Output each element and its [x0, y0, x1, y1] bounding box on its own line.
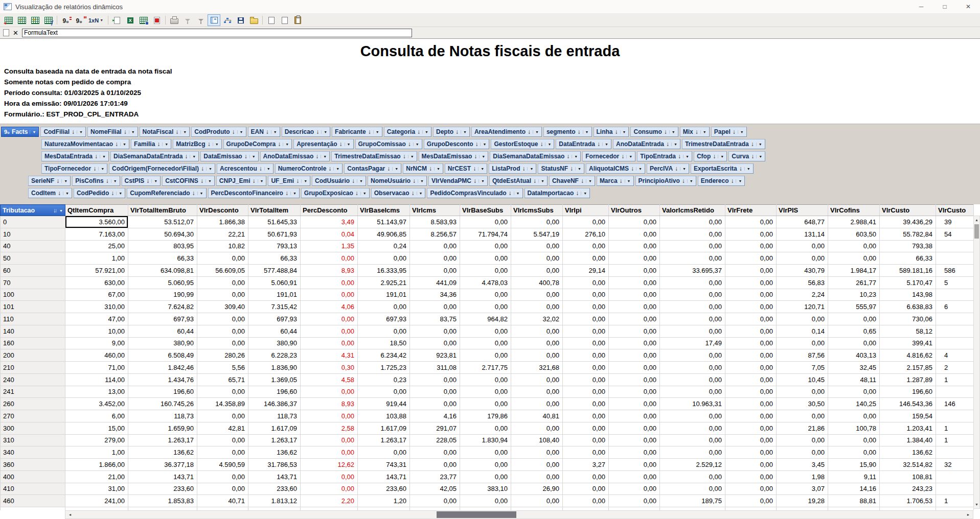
cell-clipped[interactable]: 6	[936, 301, 974, 313]
cell[interactable]: 118,73	[248, 410, 301, 422]
cell[interactable]: 0,00	[358, 446, 410, 459]
cell[interactable]: 55.782,84	[880, 228, 936, 240]
cell[interactable]: 0,00	[563, 362, 609, 374]
close-button[interactable]: ✕	[956, 0, 980, 13]
cell[interactable]: 0,00	[460, 289, 511, 301]
cell[interactable]: 261,77	[828, 276, 880, 289]
dim-grupoexposicao[interactable]: GrupoExposicao↓▼	[301, 188, 370, 198]
dim-gestorestoque[interactable]: GestorEstoque↓▼	[491, 139, 554, 149]
cell[interactable]: 8.256,57	[410, 228, 460, 240]
cell[interactable]: 0,00	[301, 386, 358, 398]
cell[interactable]: 0,00	[511, 240, 563, 252]
cell[interactable]: 0,00	[609, 252, 660, 265]
cell[interactable]: 0,00	[660, 325, 725, 337]
cell[interactable]: 10,45	[777, 373, 828, 386]
dim-codpedido[interactable]: CodPedido↓▼	[74, 188, 125, 198]
dim-cnpj-emi[interactable]: CNPJ_Emi↓▼	[216, 176, 267, 186]
column-header-vlrcusto[interactable]: VlrCusto	[936, 205, 974, 216]
cell[interactable]: 0,00	[725, 252, 777, 265]
cell[interactable]: 0,00	[460, 252, 511, 265]
cell[interactable]: 0,00	[777, 410, 828, 422]
cell[interactable]: 0,00	[410, 495, 460, 507]
cell[interactable]: 0,00	[410, 337, 460, 349]
scroll-down-icon[interactable]: ▼	[974, 501, 979, 508]
grid-plus-icon[interactable]	[29, 14, 41, 26]
row-header[interactable]: 100	[1, 289, 65, 301]
cell[interactable]: 0,00	[460, 470, 511, 483]
dim-mesdataentrada[interactable]: MesDataEntrada↓▼	[41, 151, 109, 161]
cell[interactable]: 65,71	[197, 373, 248, 386]
cell[interactable]: 0,00	[660, 386, 725, 398]
cell[interactable]: 6.508,49	[128, 349, 197, 362]
cell[interactable]: 0,00	[725, 276, 777, 289]
row-header[interactable]: 410	[1, 483, 65, 495]
cell[interactable]: 0,00	[725, 289, 777, 301]
cell[interactable]: 0,00	[828, 434, 880, 446]
save-icon[interactable]	[234, 14, 247, 26]
cell[interactable]: 0,00	[660, 470, 725, 483]
cell[interactable]: 143,98	[880, 289, 936, 301]
cell[interactable]: 0,00	[301, 410, 358, 422]
cell[interactable]: 0,00	[410, 446, 460, 459]
cell[interactable]: 0,00	[301, 325, 358, 337]
cell[interactable]: 743,31	[358, 459, 410, 471]
dim-cupomreferenciado[interactable]: CupomReferenciado↓▼	[127, 188, 206, 198]
cell[interactable]: 0,00	[197, 276, 248, 289]
vertical-scroll-thumb[interactable]	[974, 224, 979, 239]
cell[interactable]: 120,71	[777, 301, 828, 313]
cell[interactable]: 1.263,17	[128, 434, 197, 446]
cell[interactable]: 9,00	[65, 337, 128, 349]
cell[interactable]: 0,00	[609, 422, 660, 434]
horizontal-scrollbar[interactable]: ◄ ►	[65, 510, 973, 519]
print-icon[interactable]	[168, 14, 180, 26]
cell[interactable]: 1.706,53	[880, 495, 936, 507]
cell[interactable]: 291,07	[410, 422, 460, 434]
cell[interactable]: 32,02	[511, 313, 563, 325]
dim-diasemanadataentrada[interactable]: DiaSemanaDataEntrada↓▼	[110, 151, 199, 161]
cell[interactable]: 40,81	[511, 410, 563, 422]
cell[interactable]: 0,00	[563, 446, 609, 459]
cell-clipped[interactable]: 39	[936, 216, 974, 228]
cell[interactable]: 0,00	[609, 470, 660, 483]
cell[interactable]: 6.234,42	[358, 349, 410, 362]
cell[interactable]: 0,00	[410, 252, 460, 265]
cell[interactable]: 0,00	[725, 398, 777, 410]
dim-codproduto[interactable]: CodProduto↓▼	[191, 127, 246, 137]
decimal-places-icon[interactable]	[59, 14, 72, 26]
cell[interactable]: 0,00	[197, 386, 248, 398]
cell-clipped[interactable]: 32	[936, 459, 974, 471]
cell[interactable]: 0,00	[777, 386, 828, 398]
cell[interactable]: 0,00	[511, 446, 563, 459]
cell[interactable]: 50.671,93	[248, 228, 301, 240]
cell[interactable]: 56,83	[777, 276, 828, 289]
dim-tipoentrada[interactable]: TipoEntrada↓▼	[637, 151, 692, 161]
cell[interactable]: 0,00	[660, 483, 725, 495]
dim-aliquotaicms[interactable]: AliquotaICMS↓▼	[586, 163, 645, 174]
cell[interactable]: 0,00	[609, 446, 660, 459]
cell[interactable]: 21,00	[65, 470, 128, 483]
cell[interactable]: 0,00	[301, 470, 358, 483]
cell[interactable]: 0,00	[660, 422, 725, 434]
row-header[interactable]: 0	[1, 216, 65, 228]
cell[interactable]: 0,00	[460, 349, 511, 362]
cell[interactable]: 0,00	[563, 434, 609, 446]
cell[interactable]: 7.163,00	[65, 228, 128, 240]
cell[interactable]: 57.921,00	[65, 265, 128, 277]
cell[interactable]: 9,11	[828, 470, 880, 483]
cell[interactable]: 0,00	[660, 216, 725, 228]
open-icon[interactable]	[247, 14, 260, 26]
dim-grupodecompra[interactable]: GrupoDeCompra↓▼	[223, 139, 292, 149]
cell[interactable]: 0,00	[660, 252, 725, 265]
dim-observacao[interactable]: Observacao↓▼	[371, 188, 426, 198]
cell[interactable]: 87,56	[777, 349, 828, 362]
cell[interactable]: 17,49	[660, 337, 725, 349]
cell[interactable]: 0,00	[460, 459, 511, 471]
cell[interactable]: 42,81	[197, 422, 248, 434]
dim-curva[interactable]: Curva↓▼	[728, 151, 765, 161]
cell[interactable]: 919,44	[358, 398, 410, 410]
cell-clipped[interactable]	[936, 470, 974, 483]
cell[interactable]: 196,60	[248, 386, 301, 398]
dim-grupodesconto[interactable]: GrupoDesconto↓▼	[424, 139, 490, 149]
cell[interactable]: 0,00	[777, 313, 828, 325]
cell[interactable]: 114,00	[65, 373, 128, 386]
